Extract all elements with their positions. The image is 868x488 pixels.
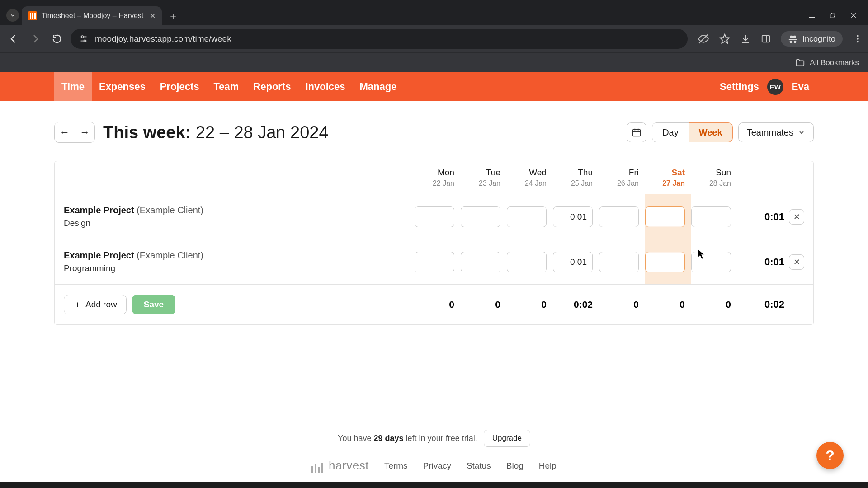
svg-point-15	[857, 41, 859, 43]
svg-point-14	[857, 38, 859, 40]
avatar[interactable]: EW	[767, 79, 783, 95]
day-header-mon: Mon22 Jan	[415, 168, 461, 188]
tab-title: Timesheet – Moodjoy – Harvest	[42, 12, 145, 20]
all-bookmarks-link[interactable]: All Bookmarks	[810, 58, 859, 67]
view-toggle: Day Week	[652, 122, 732, 142]
time-input[interactable]	[691, 206, 731, 227]
nav-expenses[interactable]: Expenses	[92, 72, 153, 101]
nav-back-icon[interactable]	[5, 31, 22, 47]
nav-time[interactable]: Time	[54, 72, 92, 101]
window-minimize-icon[interactable]	[807, 11, 816, 20]
help-fab[interactable]: ?	[816, 442, 844, 469]
time-input[interactable]	[507, 206, 547, 227]
time-input[interactable]	[645, 252, 685, 272]
day-name: Wed	[507, 168, 547, 178]
delete-row-button[interactable]: ✕	[789, 254, 804, 270]
week-nav: ← →	[54, 122, 95, 143]
table-header: Mon22 Jan Tue23 Jan Wed24 Jan Thu25 Jan …	[55, 161, 813, 194]
incognito-chip[interactable]: Incognito	[781, 31, 843, 47]
new-tab-button[interactable]: ＋	[166, 9, 180, 23]
project-name: Example Project	[64, 250, 134, 260]
day-header-fri: Fri26 Jan	[599, 168, 645, 188]
grand-total: 0:02	[737, 299, 787, 310]
day-date: 22 Jan	[415, 179, 454, 188]
time-input[interactable]	[599, 252, 639, 272]
project-name: Example Project	[64, 205, 134, 215]
downloads-icon[interactable]	[740, 33, 751, 44]
incognito-label: Incognito	[802, 34, 835, 44]
bookmarks-folder-icon	[795, 58, 805, 68]
footer-link-terms[interactable]: Terms	[384, 461, 408, 471]
tab-search-caret[interactable]	[6, 9, 19, 22]
nav-username[interactable]: Eva	[792, 81, 809, 93]
add-row-button[interactable]: ＋ Add row	[64, 295, 127, 314]
day-name: Fri	[599, 168, 639, 178]
time-input[interactable]	[461, 252, 500, 272]
day-date: 26 Jan	[599, 179, 639, 188]
day-name: Thu	[553, 168, 593, 178]
footer-link-privacy[interactable]: Privacy	[423, 461, 451, 471]
app-nav: Time Expenses Projects Team Reports Invo…	[0, 72, 868, 101]
incognito-icon	[788, 34, 798, 44]
table-footer: ＋ Add row Save 0 0 0 0:02 0 0 0 0:02	[55, 285, 813, 324]
day-date: 23 Jan	[461, 179, 500, 188]
plus-icon: ＋	[73, 299, 82, 310]
col-total-thu: 0:02	[553, 299, 599, 310]
teammates-dropdown[interactable]: Teammates	[738, 122, 814, 142]
nav-team[interactable]: Team	[207, 72, 246, 101]
nav-forward-icon[interactable]	[27, 31, 43, 47]
day-name: Tue	[461, 168, 500, 178]
upgrade-button[interactable]: Upgrade	[484, 430, 530, 447]
time-input[interactable]	[645, 206, 685, 227]
nav-invoices[interactable]: Invoices	[298, 72, 352, 101]
nav-reload-icon[interactable]	[49, 31, 65, 47]
client-name: (Example Client)	[137, 205, 203, 215]
time-input[interactable]	[415, 206, 454, 227]
browser-tab-active[interactable]: Timesheet – Moodjoy – Harvest ✕	[22, 6, 162, 25]
time-input[interactable]	[461, 206, 500, 227]
nav-settings[interactable]: Settings	[720, 81, 759, 93]
svg-point-7	[84, 40, 86, 42]
svg-rect-1	[830, 14, 834, 18]
col-total-wed: 0	[507, 299, 553, 310]
time-input[interactable]	[691, 252, 731, 272]
url-text: moodjoy.harvestapp.com/time/week	[95, 34, 231, 44]
tab-close-icon[interactable]: ✕	[150, 12, 156, 20]
eye-off-icon[interactable]	[698, 33, 709, 45]
footer-link-help[interactable]: Help	[539, 461, 557, 471]
save-button[interactable]: Save	[132, 295, 175, 314]
day-header-tue: Tue23 Jan	[461, 168, 507, 188]
time-input[interactable]	[415, 252, 454, 272]
row-total: 0:01	[737, 256, 787, 268]
nav-projects[interactable]: Projects	[153, 72, 207, 101]
footer-link-blog[interactable]: Blog	[506, 461, 524, 471]
time-input[interactable]	[507, 252, 547, 272]
day-date: 25 Jan	[553, 179, 593, 188]
prev-week-button[interactable]: ←	[55, 122, 75, 142]
col-total-sat: 0	[645, 299, 691, 310]
view-day-button[interactable]: Day	[652, 122, 689, 142]
day-date: 28 Jan	[691, 179, 731, 188]
sidepanel-icon[interactable]	[761, 34, 771, 44]
day-name: Mon	[415, 168, 454, 178]
site-controls-icon[interactable]	[79, 34, 89, 44]
footer-link-status[interactable]: Status	[467, 461, 491, 471]
window-restore-icon[interactable]	[828, 11, 837, 20]
browser-menu-icon[interactable]	[853, 34, 863, 44]
next-week-button[interactable]: →	[75, 122, 94, 142]
address-bar[interactable]: moodjoy.harvestapp.com/time/week	[71, 29, 688, 49]
nav-manage[interactable]: Manage	[353, 72, 404, 101]
time-input[interactable]	[553, 252, 593, 272]
delete-row-button[interactable]: ✕	[789, 209, 804, 225]
view-week-button[interactable]: Week	[689, 122, 733, 142]
bookmark-star-icon[interactable]	[719, 33, 730, 44]
col-total-tue: 0	[461, 299, 507, 310]
day-header-wed: Wed24 Jan	[507, 168, 553, 188]
time-input[interactable]	[599, 206, 639, 227]
calendar-button[interactable]	[627, 122, 646, 142]
window-close-icon[interactable]	[849, 11, 858, 20]
task-name: Programming	[64, 263, 415, 273]
time-input[interactable]	[553, 206, 593, 227]
col-total-fri: 0	[599, 299, 645, 310]
nav-reports[interactable]: Reports	[246, 72, 298, 101]
